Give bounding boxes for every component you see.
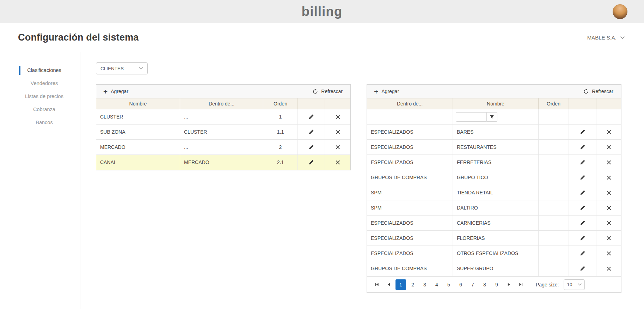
- edit-button[interactable]: [578, 204, 587, 212]
- page-button[interactable]: 3: [419, 279, 430, 290]
- first-page-button[interactable]: [372, 279, 382, 290]
- cell-dentro-de: SPM: [367, 200, 453, 215]
- column-header-orden[interactable]: Orden: [539, 98, 569, 109]
- edit-button[interactable]: [578, 234, 587, 242]
- edit-button[interactable]: [307, 158, 315, 166]
- edit-button[interactable]: [578, 158, 587, 166]
- table-row[interactable]: SUB ZONACLUSTER1.1: [96, 125, 350, 140]
- delete-button[interactable]: [605, 235, 613, 242]
- column-header-nombre[interactable]: Nombre: [96, 98, 180, 109]
- page-button[interactable]: 4: [431, 279, 442, 290]
- delete-cell: [596, 185, 621, 200]
- edit-button[interactable]: [578, 249, 587, 258]
- sidebar-item-vendedores[interactable]: Vendedores: [0, 77, 80, 90]
- edit-button[interactable]: [578, 219, 587, 227]
- delete-button[interactable]: [605, 189, 613, 196]
- prev-page-button[interactable]: [384, 279, 394, 290]
- sidebar-item-listas-de-precios[interactable]: Listas de precios: [0, 90, 80, 103]
- table-row[interactable]: ESPECIALIZADOSCARNICERIAS: [367, 216, 621, 231]
- delete-button[interactable]: [605, 159, 613, 166]
- close-icon: [607, 160, 611, 165]
- delete-button[interactable]: [605, 174, 613, 181]
- edit-cell: [298, 125, 325, 139]
- table-row[interactable]: CANALMERCADO2.1: [96, 155, 350, 170]
- column-header-dentro-de[interactable]: Dentro de...: [367, 98, 453, 109]
- edit-button[interactable]: [307, 128, 315, 136]
- table-row[interactable]: ESPECIALIZADOSRESTAURANTES: [367, 140, 621, 155]
- close-icon: [607, 206, 611, 210]
- right-grid-body: ESPECIALIZADOSBARESESPECIALIZADOSRESTAUR…: [367, 125, 621, 276]
- edit-button[interactable]: [578, 128, 587, 136]
- body-layout: Clasificaciones Vendedores Listas de pre…: [0, 52, 644, 309]
- edit-cell: [569, 246, 596, 261]
- refresh-button[interactable]: Refrescar: [310, 87, 345, 96]
- table-row[interactable]: ESPECIALIZADOSOTROS ESPECIALIZADOS: [367, 246, 621, 261]
- refresh-button[interactable]: Refrescar: [581, 87, 616, 96]
- delete-button[interactable]: [605, 265, 613, 272]
- delete-button[interactable]: [605, 204, 613, 212]
- last-page-button[interactable]: [515, 279, 526, 290]
- nombre-filter-input[interactable]: [456, 112, 487, 122]
- delete-cell: [596, 246, 621, 261]
- delete-button[interactable]: [334, 113, 342, 121]
- delete-button[interactable]: [334, 144, 342, 151]
- delete-button[interactable]: [605, 219, 613, 227]
- page-size-label: Page size:: [536, 282, 559, 287]
- edit-button[interactable]: [307, 113, 315, 121]
- edit-cell: [569, 261, 596, 276]
- sidebar-item-label: Cobranza: [33, 107, 55, 112]
- cell-nombre: FERRETERIAS: [453, 155, 539, 170]
- page: billing Configuración del sistema MABLE …: [0, 0, 644, 309]
- sidebar-item-bancos[interactable]: Bancos: [0, 116, 80, 129]
- page-button[interactable]: 2: [407, 279, 418, 290]
- add-button[interactable]: + Agregar: [100, 86, 131, 97]
- page-button[interactable]: 9: [491, 279, 502, 290]
- company-selector[interactable]: MABLE S.A.: [587, 35, 625, 41]
- delete-button[interactable]: [605, 144, 613, 151]
- pencil-icon: [580, 159, 585, 165]
- column-header-dentro-de[interactable]: Dentro de...: [180, 98, 263, 109]
- table-row[interactable]: SPMTIENDA RETAIL: [367, 185, 621, 200]
- table-row[interactable]: MERCADO...2: [96, 140, 350, 155]
- delete-button[interactable]: [605, 128, 613, 136]
- table-row[interactable]: SPMDALTIRO: [367, 200, 621, 216]
- table-row[interactable]: GRUPOS DE COMPRASSUPER GRUPO: [367, 261, 621, 276]
- table-row[interactable]: ESPECIALIZADOSFLORERIAS: [367, 231, 621, 246]
- cell-nombre: CARNICERIAS: [453, 216, 539, 230]
- add-button[interactable]: + Agregar: [371, 86, 402, 97]
- filter-button[interactable]: [487, 112, 497, 122]
- close-icon: [336, 160, 340, 165]
- column-header-orden[interactable]: Orden: [263, 98, 298, 109]
- edit-cell: [569, 231, 596, 246]
- page-button[interactable]: 8: [479, 279, 490, 290]
- delete-button[interactable]: [334, 159, 342, 166]
- edit-button[interactable]: [578, 188, 587, 197]
- delete-button[interactable]: [605, 250, 613, 257]
- page-button[interactable]: 1: [395, 279, 406, 290]
- edit-button[interactable]: [578, 173, 587, 182]
- refresh-icon: [313, 89, 318, 94]
- sidebar-item-cobranza[interactable]: Cobranza: [0, 103, 80, 116]
- page-button[interactable]: 5: [443, 279, 454, 290]
- page-button[interactable]: 7: [467, 279, 478, 290]
- page-size-select[interactable]: 10: [564, 279, 585, 290]
- filter-cell-delete: [596, 109, 621, 124]
- column-header-nombre[interactable]: Nombre: [453, 98, 539, 109]
- table-row[interactable]: ESPECIALIZADOSBARES: [367, 125, 621, 140]
- next-page-button[interactable]: [503, 279, 514, 290]
- delete-button[interactable]: [334, 128, 342, 136]
- table-row[interactable]: GRUPOS DE COMPRASGRUPO TICO: [367, 170, 621, 185]
- table-row[interactable]: ESPECIALIZADOSFERRETERIAS: [367, 155, 621, 170]
- edit-button[interactable]: [307, 143, 315, 151]
- sidebar-item-clasificaciones[interactable]: Clasificaciones: [0, 64, 80, 77]
- edit-cell: [569, 200, 596, 215]
- edit-button[interactable]: [578, 264, 587, 273]
- edit-cell: [298, 109, 325, 124]
- cell-nombre: GRUPO TICO: [453, 170, 539, 185]
- entity-select[interactable]: CLIENTES: [96, 62, 148, 74]
- edit-button[interactable]: [578, 143, 587, 151]
- user-avatar[interactable]: [613, 4, 627, 19]
- page-button[interactable]: 6: [455, 279, 466, 290]
- plus-icon: +: [374, 88, 378, 95]
- table-row[interactable]: CLUSTER...1: [96, 109, 350, 125]
